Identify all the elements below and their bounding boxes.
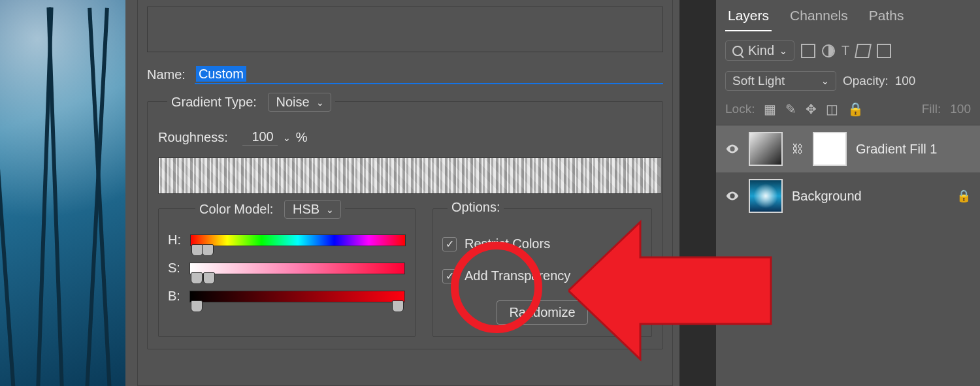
blend-mode-select[interactable]: Soft Light ⌄	[725, 71, 836, 91]
filter-kind-select[interactable]: Kind ⌄	[725, 40, 794, 61]
chevron-down-icon: ⌄	[316, 97, 324, 108]
shape-filter-icon[interactable]	[855, 44, 872, 58]
opacity-label: Opacity:	[843, 74, 889, 88]
roughness-unit: %	[296, 130, 308, 145]
visibility-toggle[interactable]	[725, 142, 740, 156]
brightness-label: B:	[168, 289, 180, 304]
lock-icon[interactable]: 🔒	[956, 189, 971, 203]
annotation-arrow	[568, 216, 777, 366]
name-input[interactable]: Custom	[195, 65, 663, 84]
layer-thumbnail[interactable]	[749, 179, 783, 213]
gradient-type-label: Gradient Type:	[171, 95, 257, 109]
document-canvas	[0, 0, 125, 386]
gradient-type-value: Noise	[276, 95, 310, 110]
roughness-input[interactable]: 100	[242, 129, 278, 146]
type-filter-icon[interactable]: T	[841, 43, 849, 58]
smart-filter-icon[interactable]	[877, 44, 891, 58]
mask-link-icon[interactable]: ⛓	[792, 142, 804, 156]
name-value: Custom	[196, 66, 246, 82]
restrict-colors-checkbox[interactable]: ✓	[442, 237, 457, 251]
filter-kind-label: Kind	[748, 43, 774, 58]
lock-fill-row: Lock: ▦ ✎ ✥ ◫ 🔒 Fill: 100	[716, 91, 980, 125]
chevron-down-icon: ⌄	[326, 204, 334, 215]
brightness-row: B:	[168, 289, 406, 304]
color-model-select[interactable]: HSB ⌄	[284, 200, 341, 219]
saturation-label: S:	[168, 261, 180, 276]
color-model-value: HSB	[293, 202, 319, 217]
eye-icon	[725, 142, 740, 156]
fill-label: Fill:	[922, 102, 941, 116]
lock-artboard-icon[interactable]: ◫	[826, 101, 838, 117]
chevron-down-icon: ⌄	[779, 46, 787, 56]
saturation-slider[interactable]	[189, 263, 405, 274]
blend-opacity-row: Soft Light ⌄ Opacity: 100	[716, 61, 980, 91]
noise-gradient-preview[interactable]	[158, 157, 661, 194]
gradient-type-select[interactable]: Noise ⌄	[268, 93, 331, 112]
hue-max-handle[interactable]	[202, 244, 214, 256]
visibility-toggle[interactable]	[725, 189, 740, 203]
brightness-min-handle[interactable]	[191, 300, 203, 312]
annotation-circle	[451, 242, 542, 333]
layer-row-gradient-fill[interactable]: ⛓ Gradient Fill 1	[716, 125, 980, 172]
eye-icon	[725, 189, 740, 203]
chevron-down-icon: ⌄	[821, 76, 829, 86]
brightness-max-handle[interactable]	[392, 300, 404, 312]
tab-layers[interactable]: Layers	[725, 5, 772, 31]
lock-paint-icon[interactable]: ✎	[785, 101, 796, 117]
opacity-value[interactable]: 100	[895, 74, 916, 88]
color-model-label: Color Model:	[199, 202, 273, 216]
name-row: Name: Custom	[147, 65, 663, 84]
roughness-row: Roughness: 100 ⌄ %	[158, 129, 652, 146]
saturation-max-handle[interactable]	[203, 272, 215, 284]
brightness-slider[interactable]	[189, 291, 405, 302]
gradient-presets[interactable]	[147, 7, 663, 52]
panel-tabs: Layers Channels Paths	[716, 0, 980, 31]
search-icon	[732, 46, 743, 56]
hue-row: H:	[168, 233, 406, 248]
chevron-down-icon[interactable]: ⌄	[283, 133, 291, 143]
adjustment-filter-icon[interactable]	[822, 44, 835, 57]
saturation-min-handle[interactable]	[191, 272, 203, 284]
name-label: Name:	[147, 67, 186, 82]
layer-filter-row: Kind ⌄ T	[716, 31, 980, 61]
fill-value[interactable]: 100	[950, 102, 971, 116]
tab-paths[interactable]: Paths	[866, 5, 907, 31]
lock-all-icon[interactable]: 🔒	[847, 101, 864, 117]
layer-row-background[interactable]: Background 🔒	[716, 172, 980, 219]
lock-transparency-icon[interactable]: ▦	[764, 101, 776, 117]
layer-mask-thumbnail[interactable]	[813, 132, 847, 166]
layer-thumbnail[interactable]	[749, 132, 783, 166]
blend-mode-value: Soft Light	[732, 74, 785, 88]
layer-name[interactable]: Gradient Fill 1	[856, 142, 938, 157]
layer-name[interactable]: Background	[792, 189, 862, 204]
lock-position-icon[interactable]: ✥	[806, 101, 817, 117]
hue-min-handle[interactable]	[191, 244, 203, 256]
color-model-group: Color Model: HSB ⌄ H:	[158, 208, 416, 337]
lock-label: Lock:	[725, 102, 755, 116]
pixel-filter-icon[interactable]	[801, 44, 815, 58]
options-label: Options:	[448, 200, 504, 215]
hue-slider[interactable]	[190, 234, 406, 246]
hue-label: H:	[168, 233, 181, 248]
saturation-row: S:	[168, 261, 406, 276]
roughness-label: Roughness:	[158, 130, 228, 145]
tab-channels[interactable]: Channels	[787, 5, 851, 31]
